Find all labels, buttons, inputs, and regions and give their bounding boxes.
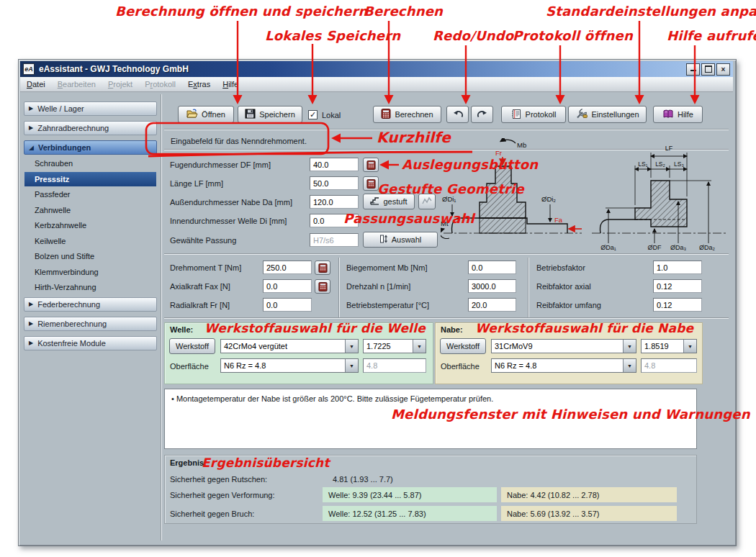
menu-item-datei[interactable]: Datei [27, 80, 45, 89]
maximize-button[interactable] [701, 63, 715, 76]
red-annotation-auslegung: Auslegungsbutton [402, 157, 538, 172]
kurzhilfe-text: Eingabefeld für das Nenndrehmoment. [171, 134, 307, 148]
calculator-icon [366, 179, 376, 189]
red-annotation-help: Hilfe aufrufen [667, 28, 756, 43]
welle-surface-dropdown[interactable]: N6 Rz = 4.8 [220, 358, 359, 373]
nabe-surface-dropdown[interactable]: N6 Rz = 4.8 [491, 358, 636, 373]
red-annotation-local-save: Lokales Speichern [265, 28, 400, 43]
biegemoment-label: Biegemoment Mb [Nm] [346, 261, 427, 274]
open-folder-icon [186, 109, 198, 120]
collapsed-arrow-icon [29, 125, 33, 131]
nabe-material-value: 31CrMoV9 [495, 342, 533, 350]
settings-button[interactable]: Einstellungen [568, 106, 647, 123]
sidebar-group-label: Federberechnung [37, 300, 100, 309]
close-button[interactable]: × [716, 63, 730, 76]
sidebar-item-schrauben[interactable]: Schrauben [24, 156, 156, 171]
gestuft-button-label: gestuft [383, 197, 407, 206]
undo-arrow-icon [452, 109, 464, 119]
radialkraft-input[interactable]: 0.0 [263, 298, 312, 312]
sidebar-item-bolzen-und-stifte[interactable]: Bolzen und Stifte [24, 249, 156, 263]
menu-item-protokoll[interactable]: Protokoll [145, 80, 176, 89]
app-icon: eA [23, 63, 35, 75]
drehmoment-input[interactable]: 250.0 [263, 261, 312, 274]
sidebar-item-label: Bolzen und Stifte [35, 252, 94, 261]
welle-surface-value: N6 Rz = 4.8 [224, 361, 266, 370]
axialkraft-sizing-button[interactable] [315, 279, 330, 294]
biegemoment-input[interactable]: 0.0 [468, 261, 516, 274]
drawing-label-fr: Fr [495, 149, 502, 157]
floppy-disk-icon [245, 109, 256, 120]
sidebar-item-label: Klemmverbindung [35, 268, 99, 276]
red-annotation-gestuft: Gestufte Geometrie [377, 181, 524, 196]
betriebstemperatur-input[interactable]: 20.0 [468, 298, 516, 312]
menu-item-extras[interactable]: Extras [188, 80, 210, 89]
red-annotation-passung: Passungsauswahl [343, 211, 474, 226]
sidebar-group-riemenberechnung[interactable]: Riemenberechnung [24, 317, 157, 331]
sidebar-item-passfeder[interactable]: Passfeder [24, 187, 156, 201]
drehzahl-label: Drehzahl n [1/min] [346, 279, 410, 293]
nabe-material-dropdown[interactable]: 31CrMoV9 [491, 339, 636, 353]
help-button[interactable]: Hilfe [653, 106, 703, 123]
screenshot-root: eA eAssistant - GWJ Technology GmbH × Da… [0, 0, 756, 557]
open-button[interactable]: Öffnen [178, 106, 234, 123]
sidebar-item-klemmverbindung[interactable]: Klemmverbindung [24, 265, 156, 279]
sidebar-item-hirth-verzahnung[interactable]: Hirth-Verzahnung [24, 280, 156, 294]
axialkraft-input[interactable]: 0.0 [263, 279, 312, 293]
drehmoment-sizing-button[interactable] [315, 261, 330, 275]
nabe-roughness-input-disabled: 4.8 [641, 358, 697, 373]
sidebar-group-verbindungen[interactable]: Verbindungen [24, 140, 157, 155]
welle-material-number-value: 1.7225 [366, 342, 391, 350]
drawing-label-fa: Fa [554, 216, 563, 224]
redo-button[interactable] [471, 106, 493, 123]
sidebar-group-federberechnung[interactable]: Federberechnung [24, 297, 157, 312]
result-rutschen-value: 4.81 (1.93 ... 7.7) [333, 472, 393, 486]
sidebar-item-presssitz[interactable]: Presssitz [24, 172, 156, 186]
sidebar-item-label: Schrauben [35, 159, 73, 168]
aussendurchmesser-input[interactable]: 120.0 [310, 195, 359, 209]
red-annotation-calculate: Berechnen [364, 4, 443, 19]
drehzahl-input[interactable]: 3000.0 [468, 279, 516, 293]
welle-material-number-dropdown[interactable]: 1.7225 [363, 339, 426, 353]
welle-material-dropdown[interactable]: 42CrMo4 vergütet [220, 339, 359, 353]
protocol-button[interactable]: Protokoll [501, 106, 566, 123]
sidebar-group-zahnradberechnung[interactable]: Zahnradberechnung [24, 121, 157, 135]
separator [338, 258, 340, 318]
menu-item-bearbeiten[interactable]: Bearbeiten [58, 80, 96, 89]
expanded-arrow-icon [29, 145, 34, 151]
sidebar-item-zahnwelle[interactable]: Zahnwelle [24, 203, 156, 217]
reibfaktor-umfang-input[interactable]: 0.12 [653, 298, 702, 312]
protocol-button-label: Protokoll [526, 110, 557, 119]
save-button[interactable]: Speichern [238, 106, 302, 123]
local-checkbox[interactable] [308, 110, 318, 119]
drawing-label-da3: ØDa₃ [670, 244, 687, 251]
menu-item-hilfe[interactable]: Hilfe [222, 80, 238, 89]
book-icon [662, 109, 674, 120]
drawing-label-ls2: LS₂ [655, 160, 665, 168]
sidebar-group-kostenfreie-module[interactable]: Kostenfreie Module [24, 336, 157, 350]
passung-label: Gewählte Passung [170, 233, 236, 247]
dropdown-arrow-icon [623, 340, 636, 353]
undo-button[interactable] [446, 106, 469, 123]
reibfaktor-axial-label: Reibfaktor axial [536, 279, 591, 293]
laenge-input[interactable]: 50.0 [310, 176, 359, 190]
betriebsfaktor-input[interactable]: 1.0 [653, 261, 702, 274]
nabe-werkstoff-button[interactable]: Werkstoff [440, 338, 486, 354]
fugendurchmesser-input[interactable]: 40.0 [310, 158, 359, 171]
sidebar-item-keilwelle[interactable]: Keilwelle [24, 234, 156, 248]
auswahl-button[interactable]: Auswahl [363, 232, 438, 248]
welle-werkstoff-button[interactable]: Werkstoff [169, 338, 215, 354]
nabe-material-number-dropdown[interactable]: 1.8519 [641, 339, 697, 353]
minimize-button[interactable] [686, 63, 700, 76]
reibfaktor-axial-input[interactable]: 0.12 [653, 279, 702, 293]
sidebar-item-kerbzahnwelle[interactable]: Kerbzahnwelle [24, 218, 156, 232]
calculate-button[interactable]: Berechnen [373, 106, 441, 123]
collapsed-arrow-icon [29, 106, 33, 112]
sidebar-group-welle-lager[interactable]: Welle / Lager [24, 101, 157, 116]
menu-item-projekt[interactable]: Projekt [108, 80, 132, 89]
calculate-button-label: Berechnen [395, 110, 433, 119]
laenge-sizing-button[interactable] [363, 176, 379, 191]
title-bar: eA eAssistant - GWJ Technology GmbH × [20, 61, 733, 77]
dropdown-arrow-icon [345, 340, 358, 353]
red-annotation-open-save: Berechnung öffnen und speichern [115, 4, 368, 19]
fugendurchmesser-sizing-button[interactable] [363, 158, 379, 172]
